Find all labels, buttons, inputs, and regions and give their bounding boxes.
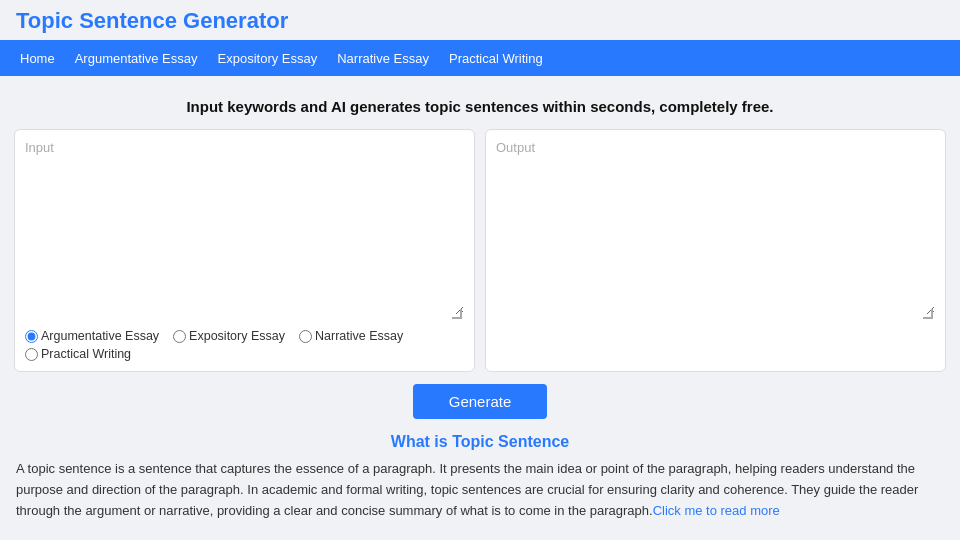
generate-row: Generate [0,384,960,419]
output-textarea[interactable] [496,140,935,315]
output-resize-corner-icon [923,309,933,319]
main-nav: Home Argumentative Essay Expository Essa… [0,40,960,76]
nav-argumentative-essay[interactable]: Argumentative Essay [65,43,208,74]
what-is-title: What is Topic Sentence [16,433,944,451]
output-panel [485,129,946,372]
nav-home[interactable]: Home [10,43,65,74]
radio-argumentative[interactable]: Argumentative Essay [25,329,159,343]
what-is-body: A topic sentence is a sentence that capt… [16,459,944,521]
radio-narrative[interactable]: Narrative Essay [299,329,403,343]
page-title: Topic Sentence Generator [0,0,960,40]
nav-practical-writing[interactable]: Practical Writing [439,43,553,74]
input-textarea[interactable] [25,140,464,315]
generate-button[interactable]: Generate [413,384,548,419]
hero-text: Input keywords and AI generates topic se… [0,76,960,129]
resize-corner-icon [452,309,462,319]
input-panel: Argumentative Essay Expository Essay Nar… [14,129,475,372]
input-resize-handle [25,315,464,321]
radio-practical[interactable]: Practical Writing [25,347,131,361]
what-is-section: What is Topic Sentence A topic sentence … [0,433,960,533]
radio-expository[interactable]: Expository Essay [173,329,285,343]
nav-narrative-essay[interactable]: Narrative Essay [327,43,439,74]
nav-expository-essay[interactable]: Expository Essay [208,43,328,74]
output-resize-handle [496,315,935,321]
read-more-link[interactable]: Click me to read more [653,503,780,518]
main-panel: Argumentative Essay Expository Essay Nar… [0,129,960,372]
radio-options-row: Argumentative Essay Expository Essay Nar… [25,329,464,361]
